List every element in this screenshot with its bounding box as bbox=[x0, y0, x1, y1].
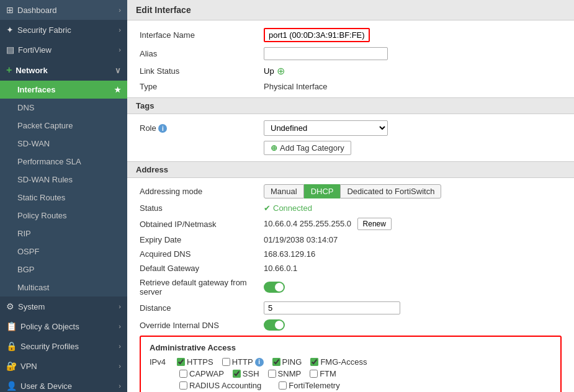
alias-input[interactable] bbox=[264, 47, 388, 60]
mode-dhcp-button[interactable]: DHCP bbox=[304, 184, 341, 198]
capwap-checkbox-item[interactable]: CAPWAP bbox=[179, 369, 224, 378]
sidebar-item-vpn[interactable]: 🔐 VPN › bbox=[0, 356, 127, 376]
expiry-row: Expiry Date 01/19/2038 03:14:07 bbox=[140, 235, 562, 244]
chevron-down-icon: ∨ bbox=[115, 66, 121, 75]
snmp-checkbox[interactable] bbox=[268, 370, 276, 378]
snmp-checkbox-item[interactable]: SNMP bbox=[268, 369, 302, 378]
fmg-access-checkbox[interactable] bbox=[310, 358, 318, 366]
addressing-mode-row: Addressing mode Manual DHCP Dedicated to… bbox=[140, 184, 562, 198]
sidebar-item-static-routes[interactable]: Static Routes bbox=[0, 189, 127, 207]
http-info-icon[interactable]: i bbox=[255, 358, 264, 367]
radius-acct-checkbox-item[interactable]: RADIUS Accounting bbox=[179, 381, 261, 390]
radius-acct-label: RADIUS Accounting bbox=[189, 381, 261, 390]
admin-access-title: Administrative Access bbox=[150, 343, 552, 352]
sidebar-item-packet-capture[interactable]: Packet Capture bbox=[0, 117, 127, 135]
chevron-icon: › bbox=[119, 342, 121, 350]
sidebar-item-bgp[interactable]: BGP bbox=[0, 261, 127, 278]
ping-label: PING bbox=[282, 357, 302, 367]
https-checkbox[interactable] bbox=[177, 358, 185, 366]
http-checkbox-item[interactable]: HTTP i bbox=[222, 357, 264, 367]
sidebar-item-rip[interactable]: RIP bbox=[0, 225, 127, 243]
fmg-access-checkbox-item[interactable]: FMG-Access bbox=[310, 357, 367, 367]
retrieve-gw-row: Retrieve default gateway from server bbox=[140, 278, 562, 296]
sidebar-item-multicast[interactable]: Multicast bbox=[0, 278, 127, 296]
link-status-value: Up ⊕ bbox=[264, 65, 285, 77]
sidebar-label-fortiview: FortiView bbox=[18, 45, 52, 55]
type-label: Type bbox=[140, 82, 264, 91]
status-value: ✔ Connected bbox=[264, 203, 312, 213]
ping-checkbox[interactable] bbox=[272, 358, 280, 366]
sidebar-item-sdwan-rules[interactable]: SD-WAN Rules bbox=[0, 171, 127, 189]
capwap-checkbox[interactable] bbox=[179, 370, 187, 378]
chevron-icon: › bbox=[119, 26, 121, 33]
obtained-ip-label: Obtained IP/Netmask bbox=[140, 220, 264, 229]
policy-objects-icon: 📋 bbox=[6, 321, 17, 331]
sidebar-item-user-device[interactable]: 👤 User & Device › bbox=[0, 376, 127, 392]
sidebar-label-system: System bbox=[18, 302, 45, 311]
capwap-label: CAPWAP bbox=[189, 369, 224, 378]
role-info-icon[interactable]: i bbox=[158, 124, 167, 133]
addressing-mode-label: Addressing mode bbox=[140, 187, 264, 196]
ssh-checkbox-item[interactable]: SSH bbox=[233, 369, 259, 378]
sidebar-item-interfaces[interactable]: Interfaces ★ bbox=[0, 81, 127, 99]
submenu-label-bgp: BGP bbox=[17, 265, 34, 274]
http-checkbox[interactable] bbox=[222, 358, 230, 366]
sidebar-label-security-profiles: Security Profiles bbox=[20, 342, 79, 351]
form-body: Interface Name port1 (00:0D:3A:91:BF:FE)… bbox=[127, 20, 574, 392]
acquired-dns-label: Acquired DNS bbox=[140, 249, 264, 259]
link-status-label: Link Status bbox=[140, 66, 264, 76]
sidebar-item-policy-objects[interactable]: 📋 Policy & Objects › bbox=[0, 316, 127, 336]
default-gw-label: Default Gateway bbox=[140, 264, 264, 273]
sidebar-label-user-device: User & Device bbox=[20, 381, 72, 391]
mode-manual-button[interactable]: Manual bbox=[264, 184, 304, 198]
distance-input[interactable] bbox=[264, 301, 400, 314]
https-label: HTTPS bbox=[187, 357, 213, 367]
ssh-checkbox[interactable] bbox=[233, 370, 241, 378]
sidebar-item-performance-sla[interactable]: Performance SLA bbox=[0, 153, 127, 171]
role-select[interactable]: Undefined LAN WAN DMZ bbox=[264, 120, 388, 136]
fortitelemetry-checkbox[interactable] bbox=[279, 381, 287, 390]
sidebar-item-ospf[interactable]: OSPF bbox=[0, 243, 127, 261]
dashboard-icon: ⊞ bbox=[6, 5, 14, 15]
sidebar-item-security-profiles[interactable]: 🔒 Security Profiles › bbox=[0, 336, 127, 356]
submenu-label-sdwan-rules: SD-WAN Rules bbox=[17, 175, 73, 184]
submenu-label-performance-sla: Performance SLA bbox=[17, 157, 81, 166]
submenu-label-rip: RIP bbox=[17, 229, 31, 238]
sidebar-item-dns[interactable]: DNS bbox=[0, 99, 127, 117]
sidebar-item-security-fabric[interactable]: ✦ Security Fabric › bbox=[0, 20, 127, 40]
network-icon: + bbox=[6, 65, 12, 76]
sidebar-item-system[interactable]: ⚙ System › bbox=[0, 296, 127, 316]
admin-access-row3: RADIUS Accounting FortiTelemetry bbox=[179, 381, 552, 390]
ping-checkbox-item[interactable]: PING bbox=[272, 357, 302, 367]
chevron-icon: › bbox=[119, 323, 121, 330]
submenu-label-packet-capture: Packet Capture bbox=[17, 121, 73, 130]
sidebar-item-network[interactable]: + Network ∨ bbox=[0, 60, 127, 81]
status-row: Status ✔ Connected bbox=[140, 203, 562, 213]
ftm-checkbox[interactable] bbox=[310, 370, 318, 378]
sidebar-item-fortiview[interactable]: ▤ FortiView › bbox=[0, 40, 127, 60]
sidebar-item-policy-routes[interactable]: Policy Routes bbox=[0, 207, 127, 225]
address-section-label: Address bbox=[127, 161, 574, 178]
fmg-access-label: FMG-Access bbox=[320, 357, 367, 367]
obtained-ip-value: 10.66.0.4 255.255.255.0 Renew bbox=[264, 218, 392, 230]
fortitelemetry-checkbox-item[interactable]: FortiTelemetry bbox=[279, 381, 339, 390]
admin-access-box: Administrative Access IPv4 HTTPS HTTP i … bbox=[140, 336, 562, 392]
sidebar-item-dashboard[interactable]: ⊞ Dashboard › bbox=[0, 0, 127, 20]
ftm-checkbox-item[interactable]: FTM bbox=[310, 369, 336, 378]
http-label: HTTP bbox=[232, 357, 253, 367]
security-fabric-icon: ✦ bbox=[6, 25, 14, 35]
system-icon: ⚙ bbox=[6, 301, 14, 311]
sidebar-item-sdwan[interactable]: SD-WAN bbox=[0, 135, 127, 153]
retrieve-gw-label: Retrieve default gateway from server bbox=[140, 278, 264, 296]
interface-name-value: port1 (00:0D:3A:91:BF:FE) bbox=[264, 28, 370, 42]
radius-acct-checkbox[interactable] bbox=[179, 381, 187, 390]
retrieve-gw-toggle[interactable] bbox=[264, 282, 285, 293]
https-checkbox-item[interactable]: HTTPS bbox=[177, 357, 213, 367]
default-gw-row: Default Gateway 10.66.0.1 bbox=[140, 264, 562, 273]
add-tag-button[interactable]: ⊕ Add Tag Category bbox=[264, 141, 351, 155]
override-dns-toggle[interactable] bbox=[264, 319, 285, 331]
sidebar-label-vpn: VPN bbox=[20, 362, 37, 371]
mode-dedicated-button[interactable]: Dedicated to FortiSwitch bbox=[340, 184, 441, 198]
main-content: Edit Interface Interface Name port1 (00:… bbox=[127, 0, 574, 392]
renew-button[interactable]: Renew bbox=[357, 218, 392, 230]
